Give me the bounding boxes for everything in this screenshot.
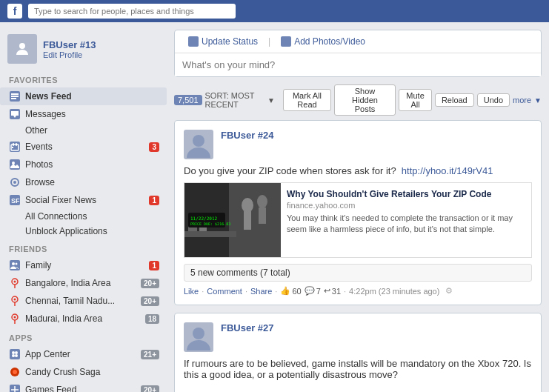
svg-rect-2 — [11, 93, 19, 95]
edit-profile-link[interactable]: Edit Profile — [43, 50, 96, 59]
games-feed-icon — [9, 384, 21, 392]
sort-more-link[interactable]: more — [513, 96, 531, 104]
comment-bar-1: 5 new comments (7 total) — [184, 264, 532, 282]
link-preview-image-1: 11/22/2012 PRICE DUE: $216.83 — [184, 183, 281, 257]
svg-text:PRICE DUE: $216.83: PRICE DUE: $216.83 — [190, 222, 230, 226]
photos-label: Photos — [25, 159, 159, 170]
reload-button[interactable]: Reload — [435, 93, 474, 107]
link-preview-1[interactable]: 11/22/2012 PRICE DUE: $216.83 Why You Sh… — [184, 182, 532, 258]
post-avatar-1 — [184, 130, 213, 159]
madurai-badge: 18 — [145, 314, 159, 324]
svg-rect-8 — [13, 143, 14, 146]
link-preview-title-1: Why You Shouldn't Give Retailers Your ZI… — [287, 189, 525, 199]
like-action-1[interactable]: Like — [184, 287, 199, 296]
family-icon — [9, 259, 21, 271]
comment-action-1[interactable]: Comment — [207, 287, 242, 296]
post-user-info-1: FBUser #24 — [221, 130, 274, 159]
svg-point-29 — [12, 354, 15, 357]
mute-all-button[interactable]: Mute All — [399, 89, 432, 111]
sidebar-item-candy-crush[interactable]: Candy Crush Saga — [0, 363, 167, 381]
browse-icon — [9, 176, 21, 188]
svg-point-23 — [14, 299, 16, 301]
sidebar-sub-unblock-applications[interactable]: Unblock Applications — [0, 224, 167, 239]
app-center-icon — [9, 348, 21, 360]
tab-update-status[interactable]: Update Status — [181, 30, 265, 53]
post-card-1: FBUser #24 Do you give your ZIP code whe… — [174, 120, 542, 305]
svg-text:11/22/2012: 11/22/2012 — [190, 216, 218, 221]
main-content: Update Status | Add Photos/Video 7,501 S… — [167, 22, 549, 392]
svg-rect-10 — [12, 147, 13, 148]
svg-point-0 — [19, 43, 25, 49]
svg-rect-3 — [11, 96, 19, 97]
link-preview-content-1: Why You Shouldn't Give Retailers Your ZI… — [281, 183, 531, 257]
sidebar-item-photos[interactable]: Photos — [0, 156, 167, 173]
show-hidden-posts-button[interactable]: Show Hidden Posts — [334, 84, 396, 116]
sort-dropdown-icon[interactable]: ▼ — [267, 96, 275, 104]
thumbs-up-icon: 👍 — [280, 286, 290, 296]
sidebar-item-games-feed[interactable]: Games Feed 20+ — [0, 381, 167, 392]
events-badge: 3 — [149, 142, 159, 152]
family-badge: 1 — [149, 261, 159, 270]
messages-icon — [9, 108, 21, 120]
unblock-applications-label: Unblock Applications — [25, 226, 107, 236]
post-actions-1: Like · Comment · Share · 👍 60 💬 7 ↩ 31 — [184, 286, 532, 296]
sidebar-item-messages[interactable]: Messages — [0, 105, 167, 123]
svg-point-48 — [193, 328, 204, 339]
sidebar-item-other[interactable]: Other — [0, 123, 167, 138]
app-center-label: App Center — [25, 349, 136, 359]
svg-point-28 — [15, 351, 18, 354]
sidebar-sub-all-connections[interactable]: All Connections — [0, 209, 167, 224]
svg-rect-26 — [10, 349, 20, 359]
app-center-badge: 21+ — [141, 350, 159, 359]
sidebar-user[interactable]: FBUser #13 Edit Profile — [0, 28, 167, 70]
post-link-1[interactable]: http://yhoo.it/149rV41 — [402, 165, 493, 176]
sidebar-item-bangalore[interactable]: Bangalore, India Area 20+ — [0, 274, 167, 292]
madurai-label: Madurai, India Area — [25, 313, 141, 324]
svg-rect-41 — [259, 207, 266, 224]
messages-label: Messages — [25, 109, 159, 119]
post-user-name-2[interactable]: FBUser #27 — [221, 322, 274, 333]
undo-button[interactable]: Undo — [477, 93, 510, 107]
shares-count-1: ↩ 31 — [324, 286, 341, 296]
post-options-icon: ⚙ — [445, 286, 453, 296]
photos-icon — [9, 159, 21, 170]
sidebar-item-app-center[interactable]: App Center 21+ — [0, 345, 167, 363]
post-text-1: Do you give your ZIP code when stores as… — [184, 165, 532, 176]
social-fixer-icon: SF — [9, 194, 21, 206]
sidebar: FBUser #13 Edit Profile FAVORITES News F… — [0, 22, 167, 392]
post-user-name-1[interactable]: FBUser #24 — [221, 130, 274, 141]
other-label: Other — [25, 125, 47, 136]
comment-count-icon: 💬 — [305, 286, 315, 296]
sidebar-item-events[interactable]: Events 3 — [0, 138, 167, 156]
status-tabs: Update Status | Add Photos/Video — [175, 30, 541, 53]
status-box: Update Status | Add Photos/Video — [174, 30, 542, 77]
svg-point-40 — [257, 195, 267, 208]
apps-title: APPS — [0, 328, 167, 345]
svg-text:SF: SF — [11, 197, 20, 205]
sidebar-item-social-fixer[interactable]: SF Social Fixer News 1 — [0, 191, 167, 209]
search-input[interactable] — [28, 4, 236, 19]
bangalore-badge: 20+ — [141, 279, 159, 288]
sort-more-arrow-icon: ▼ — [534, 96, 542, 104]
family-label: Family — [25, 260, 144, 270]
sidebar-item-news-feed[interactable]: News Feed — [0, 87, 167, 105]
news-feed-icon — [9, 90, 21, 102]
friends-title: FRIENDS — [0, 239, 167, 256]
tab-add-photos[interactable]: Add Photos/Video — [273, 30, 373, 53]
update-status-label: Update Status — [202, 36, 258, 47]
share-action-1[interactable]: Share — [250, 287, 272, 296]
svg-rect-4 — [11, 98, 16, 99]
sidebar-item-family[interactable]: Family 1 — [0, 256, 167, 274]
svg-point-21 — [14, 281, 16, 283]
mark-all-read-button[interactable]: Mark All Read — [283, 89, 331, 111]
sidebar-item-chennai[interactable]: Chennai, Tamil Nadu... 20+ — [0, 292, 167, 310]
sort-label: SORT: MOST RECENT — [205, 91, 263, 109]
favorites-title: FAVORITES — [0, 70, 167, 87]
status-input[interactable] — [175, 53, 541, 76]
games-feed-label: Games Feed — [25, 385, 136, 392]
svg-point-18 — [12, 262, 15, 265]
svg-rect-39 — [244, 211, 251, 230]
sidebar-item-madurai[interactable]: Madurai, India Area 18 — [0, 310, 167, 328]
news-feed-label: News Feed — [25, 91, 159, 102]
sidebar-item-browse[interactable]: Browse — [0, 173, 167, 191]
